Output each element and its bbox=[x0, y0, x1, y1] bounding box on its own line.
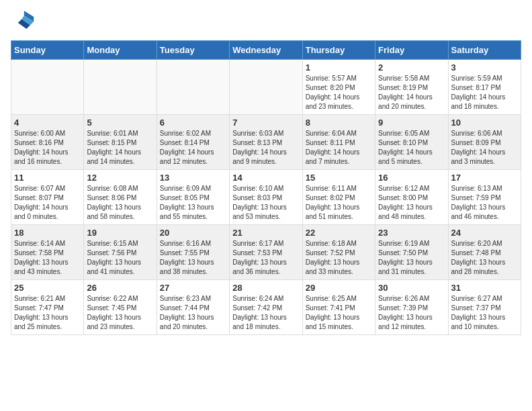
day-number: 17 bbox=[451, 173, 518, 183]
day-info: Sunrise: 6:11 AM Sunset: 8:02 PM Dayligh… bbox=[306, 184, 372, 222]
calendar-cell: 4Sunrise: 6:00 AM Sunset: 8:16 PM Daylig… bbox=[11, 115, 84, 170]
header-row: SundayMondayTuesdayWednesdayThursdayFrid… bbox=[11, 41, 521, 60]
day-info: Sunrise: 6:15 AM Sunset: 7:56 PM Dayligh… bbox=[87, 239, 153, 277]
day-info: Sunrise: 6:26 AM Sunset: 7:39 PM Dayligh… bbox=[378, 294, 445, 332]
calendar-cell: 10Sunrise: 6:06 AM Sunset: 8:09 PM Dayli… bbox=[448, 115, 521, 170]
calendar-cell: 26Sunrise: 6:22 AM Sunset: 7:45 PM Dayli… bbox=[84, 280, 157, 335]
day-number: 23 bbox=[378, 228, 445, 238]
day-number: 1 bbox=[306, 62, 372, 73]
day-number: 28 bbox=[232, 283, 299, 293]
calendar-cell: 20Sunrise: 6:16 AM Sunset: 7:55 PM Dayli… bbox=[157, 225, 229, 280]
day-info: Sunrise: 6:00 AM Sunset: 8:16 PM Dayligh… bbox=[14, 129, 81, 167]
day-info: Sunrise: 6:18 AM Sunset: 7:52 PM Dayligh… bbox=[306, 239, 372, 277]
day-number: 30 bbox=[378, 283, 445, 293]
day-number: 27 bbox=[160, 283, 226, 293]
day-number: 22 bbox=[306, 228, 372, 238]
week-row-4: 25Sunrise: 6:21 AM Sunset: 7:47 PM Dayli… bbox=[11, 280, 521, 335]
day-info: Sunrise: 6:22 AM Sunset: 7:45 PM Dayligh… bbox=[87, 294, 153, 332]
day-info: Sunrise: 6:21 AM Sunset: 7:47 PM Dayligh… bbox=[14, 294, 81, 332]
calendar-cell: 1Sunrise: 5:57 AM Sunset: 8:20 PM Daylig… bbox=[302, 60, 375, 115]
header-day-wednesday: Wednesday bbox=[230, 41, 302, 60]
day-info: Sunrise: 6:09 AM Sunset: 8:05 PM Dayligh… bbox=[160, 184, 226, 222]
calendar-cell: 9Sunrise: 6:05 AM Sunset: 8:10 PM Daylig… bbox=[375, 115, 448, 170]
day-info: Sunrise: 5:57 AM Sunset: 8:20 PM Dayligh… bbox=[306, 74, 372, 111]
header-day-thursday: Thursday bbox=[302, 41, 375, 60]
header-day-monday: Monday bbox=[84, 41, 157, 60]
calendar-cell: 28Sunrise: 6:24 AM Sunset: 7:42 PM Dayli… bbox=[230, 280, 302, 335]
day-number: 5 bbox=[87, 118, 153, 128]
calendar-cell: 25Sunrise: 6:21 AM Sunset: 7:47 PM Dayli… bbox=[11, 280, 84, 335]
day-number: 25 bbox=[14, 283, 81, 293]
day-number: 9 bbox=[378, 118, 445, 128]
day-info: Sunrise: 6:13 AM Sunset: 7:59 PM Dayligh… bbox=[451, 184, 518, 222]
week-row-0: 1Sunrise: 5:57 AM Sunset: 8:20 PM Daylig… bbox=[11, 60, 521, 115]
calendar-cell: 8Sunrise: 6:04 AM Sunset: 8:11 PM Daylig… bbox=[302, 115, 375, 170]
day-info: Sunrise: 6:12 AM Sunset: 8:00 PM Dayligh… bbox=[378, 184, 445, 222]
day-info: Sunrise: 5:58 AM Sunset: 8:19 PM Dayligh… bbox=[378, 74, 445, 111]
day-info: Sunrise: 6:27 AM Sunset: 7:37 PM Dayligh… bbox=[451, 294, 518, 332]
calendar-cell: 7Sunrise: 6:03 AM Sunset: 8:13 PM Daylig… bbox=[230, 115, 302, 170]
calendar-cell: 24Sunrise: 6:20 AM Sunset: 7:48 PM Dayli… bbox=[448, 225, 521, 280]
day-info: Sunrise: 6:10 AM Sunset: 8:03 PM Dayligh… bbox=[232, 184, 299, 222]
calendar-cell: 31Sunrise: 6:27 AM Sunset: 7:37 PM Dayli… bbox=[448, 280, 521, 335]
week-row-1: 4Sunrise: 6:00 AM Sunset: 8:16 PM Daylig… bbox=[11, 115, 521, 170]
day-number: 15 bbox=[306, 173, 372, 183]
day-number: 29 bbox=[306, 283, 372, 293]
calendar-cell: 18Sunrise: 6:14 AM Sunset: 7:58 PM Dayli… bbox=[11, 225, 84, 280]
day-info: Sunrise: 6:14 AM Sunset: 7:58 PM Dayligh… bbox=[14, 239, 81, 277]
day-info: Sunrise: 6:01 AM Sunset: 8:15 PM Dayligh… bbox=[87, 129, 153, 167]
day-number: 21 bbox=[232, 228, 299, 238]
calendar-table: SundayMondayTuesdayWednesdayThursdayFrid… bbox=[11, 40, 521, 335]
day-number: 4 bbox=[14, 118, 81, 128]
header-day-sunday: Sunday bbox=[11, 41, 84, 60]
calendar-cell: 19Sunrise: 6:15 AM Sunset: 7:56 PM Dayli… bbox=[84, 225, 157, 280]
calendar-cell: 6Sunrise: 6:02 AM Sunset: 8:14 PM Daylig… bbox=[157, 115, 229, 170]
logo bbox=[11, 11, 38, 35]
day-number: 6 bbox=[160, 118, 226, 128]
calendar-cell: 3Sunrise: 5:59 AM Sunset: 8:17 PM Daylig… bbox=[448, 60, 521, 115]
calendar-cell: 22Sunrise: 6:18 AM Sunset: 7:52 PM Dayli… bbox=[302, 225, 375, 280]
day-number: 16 bbox=[378, 173, 445, 183]
day-number: 7 bbox=[232, 118, 299, 128]
calendar-cell: 30Sunrise: 6:26 AM Sunset: 7:39 PM Dayli… bbox=[375, 280, 448, 335]
calendar-body: 1Sunrise: 5:57 AM Sunset: 8:20 PM Daylig… bbox=[11, 60, 521, 335]
calendar-cell: 29Sunrise: 6:25 AM Sunset: 7:41 PM Dayli… bbox=[302, 280, 375, 335]
calendar-cell bbox=[157, 60, 229, 115]
day-number: 14 bbox=[232, 173, 299, 183]
page-header bbox=[11, 11, 521, 35]
day-info: Sunrise: 6:08 AM Sunset: 8:06 PM Dayligh… bbox=[87, 184, 153, 222]
day-info: Sunrise: 6:19 AM Sunset: 7:50 PM Dayligh… bbox=[378, 239, 445, 277]
day-info: Sunrise: 6:06 AM Sunset: 8:09 PM Dayligh… bbox=[451, 129, 518, 167]
calendar-cell: 21Sunrise: 6:17 AM Sunset: 7:53 PM Dayli… bbox=[230, 225, 302, 280]
day-number: 26 bbox=[87, 283, 153, 293]
calendar-cell: 16Sunrise: 6:12 AM Sunset: 8:00 PM Dayli… bbox=[375, 170, 448, 225]
day-info: Sunrise: 6:17 AM Sunset: 7:53 PM Dayligh… bbox=[232, 239, 299, 277]
day-info: Sunrise: 6:23 AM Sunset: 7:44 PM Dayligh… bbox=[160, 294, 226, 332]
calendar-cell bbox=[230, 60, 302, 115]
calendar-cell: 14Sunrise: 6:10 AM Sunset: 8:03 PM Dayli… bbox=[230, 170, 302, 225]
week-row-2: 11Sunrise: 6:07 AM Sunset: 8:07 PM Dayli… bbox=[11, 170, 521, 225]
calendar-cell: 27Sunrise: 6:23 AM Sunset: 7:44 PM Dayli… bbox=[157, 280, 229, 335]
calendar-cell: 5Sunrise: 6:01 AM Sunset: 8:15 PM Daylig… bbox=[84, 115, 157, 170]
day-info: Sunrise: 6:07 AM Sunset: 8:07 PM Dayligh… bbox=[14, 184, 81, 222]
calendar-cell: 15Sunrise: 6:11 AM Sunset: 8:02 PM Dayli… bbox=[302, 170, 375, 225]
day-info: Sunrise: 6:04 AM Sunset: 8:11 PM Dayligh… bbox=[306, 129, 372, 167]
day-number: 13 bbox=[160, 173, 226, 183]
day-number: 12 bbox=[87, 173, 153, 183]
day-info: Sunrise: 6:03 AM Sunset: 8:13 PM Dayligh… bbox=[232, 129, 299, 167]
day-number: 20 bbox=[160, 228, 226, 238]
logo-icon bbox=[11, 11, 35, 35]
header-day-saturday: Saturday bbox=[448, 41, 521, 60]
day-number: 19 bbox=[87, 228, 153, 238]
calendar-cell: 11Sunrise: 6:07 AM Sunset: 8:07 PM Dayli… bbox=[11, 170, 84, 225]
day-info: Sunrise: 6:20 AM Sunset: 7:48 PM Dayligh… bbox=[451, 239, 518, 277]
header-day-tuesday: Tuesday bbox=[157, 41, 229, 60]
day-number: 8 bbox=[306, 118, 372, 128]
calendar-cell: 2Sunrise: 5:58 AM Sunset: 8:19 PM Daylig… bbox=[375, 60, 448, 115]
calendar-cell: 12Sunrise: 6:08 AM Sunset: 8:06 PM Dayli… bbox=[84, 170, 157, 225]
calendar-cell bbox=[84, 60, 157, 115]
day-number: 31 bbox=[451, 283, 518, 293]
day-number: 10 bbox=[451, 118, 518, 128]
calendar-cell: 17Sunrise: 6:13 AM Sunset: 7:59 PM Dayli… bbox=[448, 170, 521, 225]
day-info: Sunrise: 6:24 AM Sunset: 7:42 PM Dayligh… bbox=[232, 294, 299, 332]
